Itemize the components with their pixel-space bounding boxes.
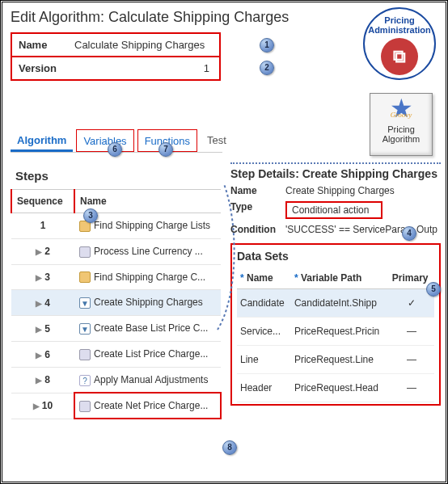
step-row[interactable]: ▶8 ?Apply Manual Adjustments	[11, 367, 221, 393]
step-name: Process Line Currency ...	[94, 246, 203, 257]
step-row[interactable]: ▶10 Create Net Price Charge...	[11, 393, 221, 419]
step-seq: 10	[42, 400, 53, 411]
expand-icon[interactable]: ▶	[36, 247, 42, 256]
data-sets-title: Data Sets	[237, 250, 434, 263]
ds-primary: —	[389, 318, 434, 346]
step-details-title: Step Details: Create Shipping Charges	[230, 162, 441, 180]
tab-algorithm[interactable]: Algorithm	[11, 129, 73, 152]
pricing-algorithm-badge: ★ Groovy Pricing Algorithm	[370, 93, 433, 156]
expand-icon[interactable]: ▶	[36, 376, 42, 385]
expand-icon[interactable]: ▶	[36, 325, 42, 334]
groovy-label: Groovy	[391, 103, 412, 126]
detail-name-label: Name	[230, 185, 279, 196]
ds-col-name[interactable]: * Name	[237, 267, 291, 289]
tab-test[interactable]: Test	[201, 129, 233, 152]
expand-icon[interactable]: ▶	[36, 351, 42, 360]
step-name: Find Shipping Charge Lists	[94, 220, 210, 231]
step-seq: 6	[44, 349, 50, 360]
step-seq: 4	[44, 297, 50, 309]
nodes-icon	[79, 401, 91, 412]
badge-admin-label: Pricing Administration	[365, 15, 434, 35]
detail-type-label: Type	[230, 201, 279, 219]
steps-panel: Steps Sequence Name 1 Find Shipping Char…	[2, 161, 222, 452]
step-row[interactable]: ▶5 ▼Create Base List Price C...	[11, 316, 221, 342]
ds-path: PriceRequest.Head	[291, 374, 389, 402]
info-name-value: Calculate Shipping Charges	[68, 33, 220, 57]
callout-6: 6	[108, 142, 122, 157]
step-row[interactable]: ▶3 Find Shipping Charge C...	[11, 264, 221, 290]
ds-row[interactable]: Service... PriceRequest.Pricin —	[237, 318, 434, 346]
callout-3: 3	[83, 208, 98, 223]
step-name: Create Base List Price C...	[94, 322, 208, 334]
gauge-icon: ⧉	[393, 46, 406, 67]
funnel-icon: ▼	[79, 297, 91, 309]
ds-name: Service...	[237, 318, 291, 346]
nodes-icon	[79, 246, 91, 258]
step-name: Create List Price Charge...	[94, 348, 208, 360]
steps-col-sequence[interactable]: Sequence	[11, 190, 74, 213]
info-version-value: 1	[68, 57, 220, 80]
ds-name: Header	[237, 374, 291, 402]
ds-path: PriceRequest.Pricin	[291, 318, 389, 346]
data-sets-table: * Name * Variable Path Primary Candidate…	[237, 267, 434, 402]
step-name: Create Shipping Charges	[94, 297, 203, 308]
tab-variables[interactable]: Variables	[76, 129, 133, 152]
info-version-label: Version	[11, 57, 68, 80]
ds-row[interactable]: Line PriceRequest.Line —	[237, 346, 434, 374]
pricing-admin-icon: ⧉	[381, 38, 418, 75]
ds-name: Candidate	[237, 289, 291, 318]
expand-icon[interactable]: ▶	[36, 273, 42, 282]
step-seq: 1	[40, 220, 46, 231]
step-row[interactable]: ▶2 Process Line Currency ...	[11, 238, 221, 264]
folder-icon	[79, 271, 91, 283]
detail-condition-value: 'SUCCESS' == ServiceParam.Outp	[285, 224, 441, 235]
ds-primary: —	[389, 374, 434, 402]
callout-4: 4	[402, 226, 416, 241]
step-seq: 3	[44, 271, 50, 283]
callout-5: 5	[426, 282, 441, 297]
ds-name: Line	[237, 346, 291, 374]
nodes-icon	[79, 349, 91, 360]
badge-algo-label: Pricing Algorithm	[370, 124, 432, 144]
step-row-selected[interactable]: ▶4 ▼Create Shipping Charges	[11, 290, 221, 316]
steps-title: Steps	[11, 161, 222, 189]
ds-col-varpath[interactable]: * Variable Path	[291, 267, 389, 289]
detail-condition-label: Condition	[230, 224, 279, 235]
step-seq: 5	[44, 323, 50, 335]
info-name-label: Name	[11, 33, 68, 57]
step-name: Find Shipping Charge C...	[94, 271, 205, 283]
ds-row[interactable]: Header PriceRequest.Head —	[237, 374, 434, 402]
ds-path: CandidateInt.Shipp	[291, 289, 389, 318]
callout-1: 1	[260, 38, 274, 53]
step-name: Create Net Price Charge...	[94, 400, 208, 411]
steps-col-name[interactable]: Name	[74, 190, 221, 213]
document-icon: ?	[79, 375, 91, 386]
step-row[interactable]: ▶6 Create List Price Charge...	[11, 342, 221, 368]
step-name: Apply Manual Adjustments	[94, 374, 208, 385]
info-row-name: Name Calculate Shipping Charges	[11, 33, 220, 57]
ds-primary: —	[389, 346, 434, 374]
expand-icon[interactable]: ▶	[36, 299, 42, 308]
expand-icon[interactable]: ▶	[33, 402, 40, 410]
info-row-version: Version 1	[11, 57, 220, 80]
ds-path: PriceRequest.Line	[291, 346, 389, 374]
ds-row[interactable]: Candidate CandidateInt.Shipp ✓	[237, 289, 434, 318]
step-seq: 2	[44, 246, 50, 257]
detail-type-value: Conditional action	[285, 201, 382, 219]
step-row[interactable]: 1 Find Shipping Charge Lists	[11, 213, 221, 239]
algorithm-info-table: Name Calculate Shipping Charges Version …	[11, 32, 221, 81]
steps-table: Sequence Name 1 Find Shipping Charge Lis…	[11, 189, 221, 419]
data-sets-panel: Data Sets * Name * Variable Path Primary…	[230, 243, 441, 406]
step-seq: 8	[44, 374, 50, 385]
step-details-panel: Step Details: Create Shipping Charges Na…	[222, 161, 446, 452]
detail-name-value: Create Shipping Charges	[285, 185, 441, 196]
funnel-icon: ▼	[79, 323, 91, 335]
pricing-administration-badge: Pricing Administration ⧉	[363, 7, 436, 80]
star-icon: ★ Groovy	[370, 97, 432, 120]
callout-8: 8	[222, 440, 237, 455]
callout-7: 7	[158, 142, 173, 157]
callout-2: 2	[260, 61, 274, 75]
